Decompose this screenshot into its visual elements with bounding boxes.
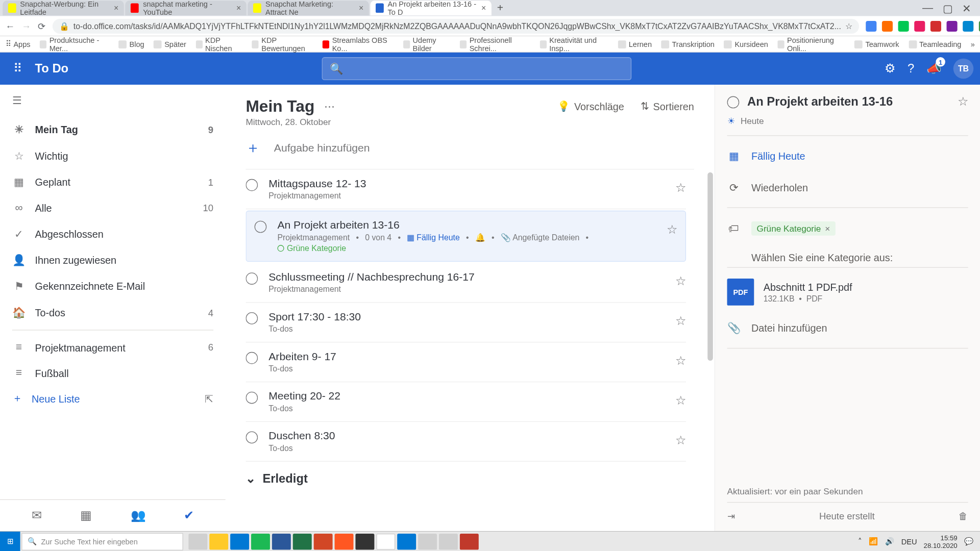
sidebar-item[interactable]: ✓Abgeschlossen	[0, 221, 226, 247]
completed-section-toggle[interactable]: ⌄Erledigt	[246, 462, 686, 495]
sidebar-list[interactable]: ≡Fußball	[0, 360, 226, 386]
forward-icon[interactable]: →	[21, 20, 31, 31]
wifi-icon[interactable]: 📶	[869, 537, 878, 546]
word-icon[interactable]	[272, 533, 291, 549]
bookmark[interactable]: KDP Bewertungen	[252, 36, 313, 53]
bookmark[interactable]: Kreativität und Insp...	[540, 36, 609, 53]
close-icon[interactable]: ×	[481, 4, 486, 13]
bookmark[interactable]: Positionierung Onli...	[777, 36, 845, 53]
app-icon[interactable]	[460, 533, 479, 549]
extension-icon[interactable]	[915, 20, 925, 31]
bookmark[interactable]: Streamlabs OBS Ko...	[323, 36, 394, 53]
bookmark[interactable]: KDP Nischen	[195, 36, 242, 53]
browser-tab[interactable]: Snapchat Marketing: Attract Ne×	[248, 1, 369, 15]
task-row[interactable]: Duschen 8:30 To-dos ☆	[246, 422, 686, 462]
attachment-row[interactable]: PDF Abschnitt 1 PDF.pdf 132.1KB • PDF	[727, 272, 968, 312]
complete-toggle[interactable]	[255, 221, 267, 233]
due-date-row[interactable]: ▦ Fällig Heute	[727, 140, 968, 171]
task-title[interactable]: An Projekt arbeiten 13-16	[747, 94, 949, 109]
start-button[interactable]: ⊞	[0, 531, 20, 551]
browser-tab[interactable]: Snapchat-Werbung: Ein Leitfade×	[3, 1, 124, 15]
task-row[interactable]: An Projekt arbeiten 13-16 Projektmanagem…	[246, 211, 686, 262]
browser-tab-active[interactable]: An Projekt arbeiten 13-16 - To D×	[370, 1, 491, 15]
suggestions-button[interactable]: 💡Vorschläge	[557, 101, 624, 113]
language-indicator[interactable]: DEU	[901, 537, 917, 545]
bookmark[interactable]: Teamleading	[909, 40, 961, 48]
bookmark[interactable]: Professionell Schrei...	[460, 36, 530, 53]
star-icon[interactable]: ☆	[675, 430, 686, 447]
close-icon[interactable]: ×	[359, 4, 363, 13]
chrome-icon[interactable]	[376, 533, 395, 549]
sidebar-item[interactable]: ∞Alle10	[0, 195, 226, 221]
star-icon[interactable]: ☆	[958, 94, 968, 109]
hamburger-icon[interactable]: ☰	[0, 85, 226, 116]
add-file-button[interactable]: 📎 Datei hinzufügen	[727, 312, 968, 344]
sidebar-item[interactable]: ☆Wichtig	[0, 143, 226, 169]
volume-icon[interactable]: 🔊	[885, 537, 894, 546]
mail-icon[interactable]: ✉	[32, 508, 42, 523]
complete-toggle[interactable]	[246, 312, 258, 324]
delete-task-icon[interactable]: 🗑	[959, 511, 968, 521]
bookmark[interactable]: Lernen	[618, 40, 652, 48]
tray-chevron-icon[interactable]: ˄	[858, 537, 862, 546]
sidebar-item[interactable]: ▦Geplant1	[0, 169, 226, 195]
mail-app-icon[interactable]	[230, 533, 249, 549]
sidebar-list[interactable]: ≡Projektmanagement6	[0, 335, 226, 360]
remove-category-icon[interactable]: ×	[825, 223, 830, 234]
feedback-icon[interactable]: 📣1	[926, 61, 941, 76]
bookmark[interactable]: Produktsuche - Mer...	[40, 36, 109, 53]
obs-icon[interactable]	[355, 533, 374, 549]
star-icon[interactable]: ☆	[845, 21, 853, 31]
star-icon[interactable]: ☆	[675, 350, 686, 368]
taskbar-search[interactable]: 🔍Zur Suche Text hier eingeben	[21, 533, 183, 550]
app-icon[interactable]	[439, 533, 458, 549]
close-icon[interactable]: ×	[114, 4, 118, 13]
star-icon[interactable]: ☆	[675, 271, 686, 289]
sidebar-item[interactable]: ⚑Gekennzeichnete E-Mail	[0, 273, 226, 299]
spotify-icon[interactable]	[251, 533, 270, 549]
task-row[interactable]: Schlussmeeting // Nachbesprechung 16-17 …	[246, 263, 686, 303]
task-row[interactable]: Arbeiten 9- 17 To-dos ☆	[246, 342, 686, 382]
extension-icon[interactable]	[866, 20, 877, 31]
bookmark[interactable]: Transkription	[661, 40, 714, 48]
bookmark[interactable]: ⠿Apps	[6, 40, 31, 48]
explorer-icon[interactable]	[209, 533, 228, 549]
category-row[interactable]: 🏷 Grüne Kategorie×	[727, 212, 968, 245]
note-area[interactable]	[727, 353, 968, 481]
share-list-icon[interactable]: ⇱	[205, 393, 213, 405]
complete-toggle[interactable]	[727, 96, 740, 109]
new-tab-button[interactable]: +	[493, 2, 508, 14]
bookmark[interactable]: Teamwork	[854, 40, 899, 48]
bookmark[interactable]: Blog	[118, 40, 144, 48]
extension-icon[interactable]	[930, 20, 941, 31]
repeat-row[interactable]: ⟳ Wiederholen	[727, 171, 968, 203]
sort-button[interactable]: ⇅Sortieren	[641, 101, 694, 113]
back-icon[interactable]: ←	[6, 20, 15, 31]
help-icon[interactable]: ?	[908, 62, 914, 76]
avatar[interactable]: TB	[953, 59, 974, 79]
clock[interactable]: 15:59 28.10.2020	[924, 534, 958, 549]
app-icon[interactable]	[418, 533, 437, 549]
task-row[interactable]: Mittagspause 12- 13 Projektmanagement ☆	[246, 169, 686, 209]
taskview-icon[interactable]	[188, 533, 207, 549]
extension-icon[interactable]	[947, 20, 958, 31]
notifications-icon[interactable]: 💬	[964, 537, 973, 546]
powerpoint-icon[interactable]	[314, 533, 333, 549]
excel-icon[interactable]	[293, 533, 312, 549]
todo-icon[interactable]: ✔	[184, 508, 194, 523]
task-row[interactable]: Meeting 20- 22 To-dos ☆	[246, 382, 686, 422]
add-task-input[interactable]: ＋ Aufgabe hinzufügen	[246, 127, 694, 169]
bookmarks-overflow-icon[interactable]: »	[971, 40, 975, 48]
sidebar-item[interactable]: 🏠To-dos4	[0, 299, 226, 325]
extension-icon[interactable]	[882, 20, 893, 31]
minimize-icon[interactable]: —	[922, 2, 933, 14]
close-window-icon[interactable]: ✕	[962, 2, 971, 14]
bookmark[interactable]: Kursideen	[724, 40, 768, 48]
app-launcher-icon[interactable]: ⠿	[7, 58, 28, 79]
complete-toggle[interactable]	[246, 431, 258, 443]
settings-icon[interactable]: ⚙	[885, 61, 895, 76]
maximize-icon[interactable]: ▢	[943, 2, 953, 14]
star-icon[interactable]: ☆	[667, 219, 677, 237]
more-icon[interactable]: ⋯	[324, 100, 335, 113]
star-icon[interactable]: ☆	[675, 311, 686, 328]
